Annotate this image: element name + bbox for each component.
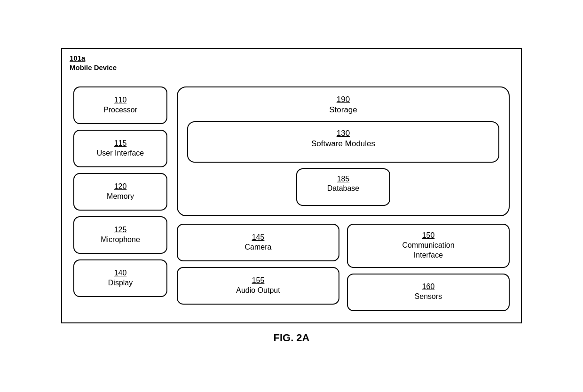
user-interface-ref: 115 <box>114 139 127 148</box>
microphone-name: Microphone <box>101 235 140 245</box>
database-ref: 185 <box>305 175 382 183</box>
figure-label: FIG. 2A <box>273 332 309 344</box>
sensors-name: Sensors <box>415 292 442 302</box>
audio-output-name: Audio Output <box>236 286 280 296</box>
sensors-box: 160 Sensors <box>347 274 510 311</box>
software-modules-ref: 130 <box>197 129 489 138</box>
storage-name: Storage <box>187 105 499 115</box>
memory-box: 120 Memory <box>73 173 167 211</box>
comm-interface-ref: 150 <box>422 231 435 240</box>
outer-device-box: 101a Mobile Device 110 Processor 115 Use… <box>61 48 522 323</box>
microphone-box: 125 Microphone <box>73 216 167 254</box>
database-box: 185 Database <box>296 168 390 206</box>
main-grid: 110 Processor 115 User Interface 120 Mem… <box>73 86 510 311</box>
camera-name: Camera <box>245 243 272 252</box>
audio-output-ref: 155 <box>252 276 265 285</box>
software-modules-name: Software Modules <box>197 139 489 149</box>
page-container: 101a Mobile Device 110 Processor 115 Use… <box>0 39 583 353</box>
user-interface-name: User Interface <box>97 149 144 158</box>
user-interface-box: 115 User Interface <box>73 130 167 167</box>
outer-ref: 101a <box>70 54 117 63</box>
display-ref: 140 <box>114 269 127 277</box>
storage-inner-group: 130 Software Modules 185 Database <box>187 121 499 206</box>
display-box: 140 Display <box>73 259 167 297</box>
camera-ref: 145 <box>252 233 265 242</box>
comm-interface-name: Communication Interface <box>402 241 454 260</box>
audio-output-box: 155 Audio Output <box>177 267 339 305</box>
outer-name: Mobile Device <box>70 63 117 71</box>
communication-interface-box: 150 Communication Interface <box>347 224 510 268</box>
bottom-right-col: 150 Communication Interface 160 Sensors <box>347 224 510 311</box>
bottom-center-col: 145 Camera 155 Audio Output <box>177 224 339 311</box>
outer-device-label: 101a Mobile Device <box>70 54 117 72</box>
storage-ref: 190 <box>187 95 499 104</box>
right-section: 190 Storage 130 Software Modules 185 Da <box>177 86 510 311</box>
sensors-ref: 160 <box>422 282 435 291</box>
processor-name: Processor <box>103 105 137 115</box>
storage-box: 190 Storage 130 Software Modules 185 Da <box>177 86 510 216</box>
memory-name: Memory <box>107 192 134 202</box>
camera-box: 145 Camera <box>177 224 339 261</box>
software-modules-box: 130 Software Modules <box>187 121 499 163</box>
bottom-grid: 145 Camera 155 Audio Output 150 Communic… <box>177 224 510 311</box>
processor-box: 110 Processor <box>73 86 167 124</box>
microphone-ref: 125 <box>114 226 127 234</box>
left-column: 110 Processor 115 User Interface 120 Mem… <box>73 86 167 311</box>
memory-ref: 120 <box>114 182 127 191</box>
database-name: Database <box>305 184 382 193</box>
processor-ref: 110 <box>114 96 127 104</box>
display-name: Display <box>108 278 133 288</box>
